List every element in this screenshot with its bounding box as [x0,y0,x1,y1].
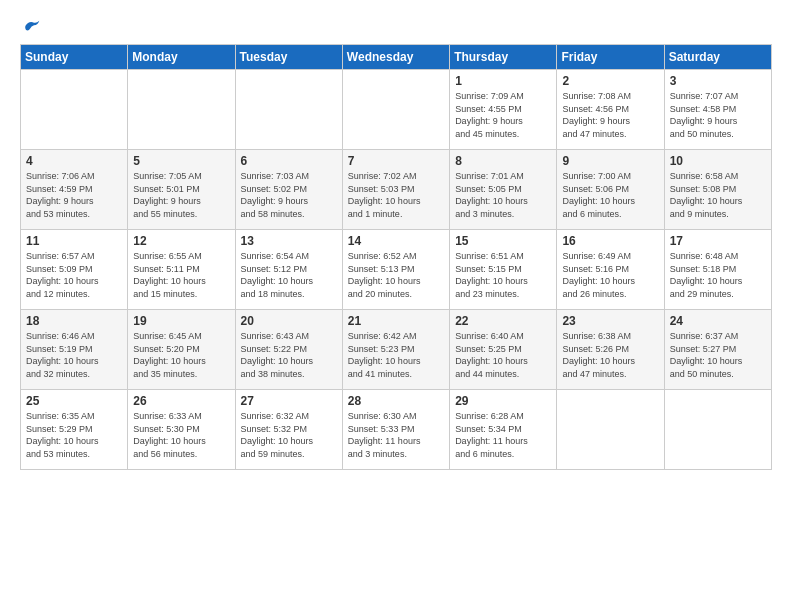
day-info: Sunrise: 6:54 AM Sunset: 5:12 PM Dayligh… [241,250,337,300]
calendar-cell: 8Sunrise: 7:01 AM Sunset: 5:05 PM Daylig… [450,150,557,230]
day-info: Sunrise: 6:52 AM Sunset: 5:13 PM Dayligh… [348,250,444,300]
calendar-cell: 3Sunrise: 7:07 AM Sunset: 4:58 PM Daylig… [664,70,771,150]
day-info: Sunrise: 6:32 AM Sunset: 5:32 PM Dayligh… [241,410,337,460]
day-number: 1 [455,74,551,88]
calendar-cell: 2Sunrise: 7:08 AM Sunset: 4:56 PM Daylig… [557,70,664,150]
day-info: Sunrise: 6:58 AM Sunset: 5:08 PM Dayligh… [670,170,766,220]
day-number: 17 [670,234,766,248]
calendar-cell: 15Sunrise: 6:51 AM Sunset: 5:15 PM Dayli… [450,230,557,310]
day-info: Sunrise: 6:30 AM Sunset: 5:33 PM Dayligh… [348,410,444,460]
day-number: 26 [133,394,229,408]
calendar-cell: 13Sunrise: 6:54 AM Sunset: 5:12 PM Dayli… [235,230,342,310]
calendar-header-wednesday: Wednesday [342,45,449,70]
day-number: 19 [133,314,229,328]
day-number: 4 [26,154,122,168]
calendar-cell: 7Sunrise: 7:02 AM Sunset: 5:03 PM Daylig… [342,150,449,230]
day-number: 15 [455,234,551,248]
calendar-cell: 19Sunrise: 6:45 AM Sunset: 5:20 PM Dayli… [128,310,235,390]
calendar-cell: 14Sunrise: 6:52 AM Sunset: 5:13 PM Dayli… [342,230,449,310]
calendar-cell [235,70,342,150]
calendar-header-friday: Friday [557,45,664,70]
day-number: 2 [562,74,658,88]
day-number: 25 [26,394,122,408]
day-number: 3 [670,74,766,88]
header [20,16,772,36]
day-info: Sunrise: 6:49 AM Sunset: 5:16 PM Dayligh… [562,250,658,300]
calendar-cell: 18Sunrise: 6:46 AM Sunset: 5:19 PM Dayli… [21,310,128,390]
day-number: 22 [455,314,551,328]
day-info: Sunrise: 7:06 AM Sunset: 4:59 PM Dayligh… [26,170,122,220]
day-info: Sunrise: 6:38 AM Sunset: 5:26 PM Dayligh… [562,330,658,380]
calendar-week-row: 18Sunrise: 6:46 AM Sunset: 5:19 PM Dayli… [21,310,772,390]
calendar-header-tuesday: Tuesday [235,45,342,70]
day-info: Sunrise: 6:42 AM Sunset: 5:23 PM Dayligh… [348,330,444,380]
calendar-cell: 12Sunrise: 6:55 AM Sunset: 5:11 PM Dayli… [128,230,235,310]
calendar-cell: 21Sunrise: 6:42 AM Sunset: 5:23 PM Dayli… [342,310,449,390]
calendar-cell: 4Sunrise: 7:06 AM Sunset: 4:59 PM Daylig… [21,150,128,230]
logo-bird-icon [22,16,42,36]
calendar-cell [128,70,235,150]
day-info: Sunrise: 6:33 AM Sunset: 5:30 PM Dayligh… [133,410,229,460]
calendar-week-row: 4Sunrise: 7:06 AM Sunset: 4:59 PM Daylig… [21,150,772,230]
calendar-cell [557,390,664,470]
day-number: 7 [348,154,444,168]
calendar-week-row: 11Sunrise: 6:57 AM Sunset: 5:09 PM Dayli… [21,230,772,310]
calendar-cell: 17Sunrise: 6:48 AM Sunset: 5:18 PM Dayli… [664,230,771,310]
calendar-table: SundayMondayTuesdayWednesdayThursdayFrid… [20,44,772,470]
day-info: Sunrise: 6:51 AM Sunset: 5:15 PM Dayligh… [455,250,551,300]
calendar-cell: 25Sunrise: 6:35 AM Sunset: 5:29 PM Dayli… [21,390,128,470]
logo [20,16,42,36]
day-number: 28 [348,394,444,408]
day-info: Sunrise: 7:00 AM Sunset: 5:06 PM Dayligh… [562,170,658,220]
day-number: 9 [562,154,658,168]
calendar-cell [21,70,128,150]
day-info: Sunrise: 6:35 AM Sunset: 5:29 PM Dayligh… [26,410,122,460]
day-info: Sunrise: 6:57 AM Sunset: 5:09 PM Dayligh… [26,250,122,300]
day-info: Sunrise: 6:45 AM Sunset: 5:20 PM Dayligh… [133,330,229,380]
calendar-cell: 20Sunrise: 6:43 AM Sunset: 5:22 PM Dayli… [235,310,342,390]
day-number: 27 [241,394,337,408]
day-number: 14 [348,234,444,248]
day-number: 5 [133,154,229,168]
day-number: 11 [26,234,122,248]
day-info: Sunrise: 6:46 AM Sunset: 5:19 PM Dayligh… [26,330,122,380]
calendar-cell: 27Sunrise: 6:32 AM Sunset: 5:32 PM Dayli… [235,390,342,470]
calendar-header-monday: Monday [128,45,235,70]
calendar-cell: 26Sunrise: 6:33 AM Sunset: 5:30 PM Dayli… [128,390,235,470]
calendar-week-row: 25Sunrise: 6:35 AM Sunset: 5:29 PM Dayli… [21,390,772,470]
day-number: 13 [241,234,337,248]
calendar-cell: 5Sunrise: 7:05 AM Sunset: 5:01 PM Daylig… [128,150,235,230]
calendar-cell: 6Sunrise: 7:03 AM Sunset: 5:02 PM Daylig… [235,150,342,230]
calendar-cell: 11Sunrise: 6:57 AM Sunset: 5:09 PM Dayli… [21,230,128,310]
day-info: Sunrise: 6:28 AM Sunset: 5:34 PM Dayligh… [455,410,551,460]
calendar-header-row: SundayMondayTuesdayWednesdayThursdayFrid… [21,45,772,70]
day-number: 23 [562,314,658,328]
calendar-cell: 23Sunrise: 6:38 AM Sunset: 5:26 PM Dayli… [557,310,664,390]
day-info: Sunrise: 7:09 AM Sunset: 4:55 PM Dayligh… [455,90,551,140]
calendar-cell: 29Sunrise: 6:28 AM Sunset: 5:34 PM Dayli… [450,390,557,470]
day-number: 29 [455,394,551,408]
day-number: 18 [26,314,122,328]
day-info: Sunrise: 6:48 AM Sunset: 5:18 PM Dayligh… [670,250,766,300]
calendar-cell: 16Sunrise: 6:49 AM Sunset: 5:16 PM Dayli… [557,230,664,310]
day-info: Sunrise: 7:08 AM Sunset: 4:56 PM Dayligh… [562,90,658,140]
day-number: 21 [348,314,444,328]
day-info: Sunrise: 7:03 AM Sunset: 5:02 PM Dayligh… [241,170,337,220]
day-number: 12 [133,234,229,248]
calendar-header-thursday: Thursday [450,45,557,70]
day-info: Sunrise: 7:01 AM Sunset: 5:05 PM Dayligh… [455,170,551,220]
calendar-cell: 9Sunrise: 7:00 AM Sunset: 5:06 PM Daylig… [557,150,664,230]
calendar-cell: 28Sunrise: 6:30 AM Sunset: 5:33 PM Dayli… [342,390,449,470]
day-number: 10 [670,154,766,168]
day-info: Sunrise: 7:05 AM Sunset: 5:01 PM Dayligh… [133,170,229,220]
day-number: 16 [562,234,658,248]
calendar-header-saturday: Saturday [664,45,771,70]
calendar-cell [342,70,449,150]
day-info: Sunrise: 7:07 AM Sunset: 4:58 PM Dayligh… [670,90,766,140]
day-number: 20 [241,314,337,328]
calendar-cell: 24Sunrise: 6:37 AM Sunset: 5:27 PM Dayli… [664,310,771,390]
day-number: 8 [455,154,551,168]
calendar-week-row: 1Sunrise: 7:09 AM Sunset: 4:55 PM Daylig… [21,70,772,150]
day-info: Sunrise: 6:43 AM Sunset: 5:22 PM Dayligh… [241,330,337,380]
day-number: 24 [670,314,766,328]
